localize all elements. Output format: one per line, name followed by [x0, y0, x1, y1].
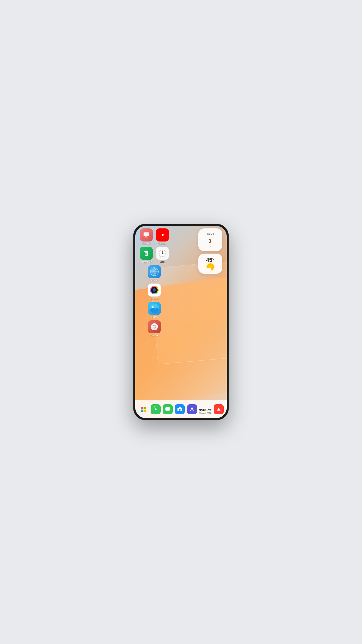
svg-marker-3 [162, 233, 164, 236]
messages-icon [163, 404, 173, 414]
calendar-dot [210, 246, 211, 247]
contacts-icon [187, 404, 197, 414]
svg-point-28 [191, 408, 193, 410]
app-youtube[interactable]: Youtube [156, 228, 169, 245]
svg-rect-24 [165, 407, 170, 411]
dock-camera[interactable] [175, 404, 185, 414]
camera-icon [148, 284, 161, 297]
upward-chevron-icon: ⌃ [204, 404, 207, 408]
time-area: 9:30 PM 15 Jan 2020 [199, 408, 212, 414]
current-time: 9:30 PM [199, 408, 211, 412]
clock-label: Clock [160, 261, 165, 263]
svg-marker-29 [217, 408, 220, 411]
themee-dot [153, 325, 156, 329]
phone-frame: Thic PC Youtube [133, 224, 229, 420]
app-themee[interactable]: Themee [140, 320, 169, 337]
app-area: Thic PC Youtube [135, 226, 227, 400]
youtube-icon [156, 228, 169, 242]
camera-lens [151, 287, 158, 293]
thicpc-label: Thic PC [142, 242, 150, 245]
svg-rect-6 [146, 251, 147, 252]
globe-shape [150, 267, 159, 276]
apps-row-1: Thic PC Youtube [140, 228, 169, 245]
app-clock[interactable]: Clock [156, 247, 169, 263]
weather-temperature: 45° [206, 257, 214, 263]
clock-icon [156, 247, 169, 260]
dock-windows[interactable] [138, 404, 148, 414]
dock-phone[interactable] [151, 404, 161, 414]
app-gallery[interactable]: Gallery [140, 302, 169, 318]
gallery-label: Gallery [151, 316, 158, 318]
svg-rect-27 [179, 407, 181, 408]
store-icon [214, 404, 224, 414]
camera-label: Camera [150, 297, 158, 300]
app-thicpc[interactable]: Thic PC [140, 228, 153, 245]
camera-lens-inner [153, 288, 156, 292]
camera-dock-icon [175, 404, 185, 414]
svg-point-26 [179, 409, 181, 411]
dock-store[interactable] [214, 404, 224, 414]
calendar-chevron: › [209, 235, 212, 245]
weather-widget[interactable]: 45° [198, 254, 222, 274]
calendar-widget[interactable]: Sat 22 › [198, 228, 222, 251]
dock: ⌃ 9:30 PM 15 Jan 2020 [135, 400, 227, 418]
svg-point-13 [162, 253, 163, 254]
app-camera[interactable]: Camera [140, 284, 169, 300]
screen-content: Thic PC Youtube [135, 226, 227, 418]
phone-icon [151, 404, 161, 414]
themee-inner [151, 323, 158, 330]
app-internet[interactable]: Internet [140, 265, 169, 281]
app-recycle[interactable]: Recycle Bin [140, 247, 153, 263]
apps-row-2: Recycle Bin [140, 247, 169, 263]
dock-messages[interactable] [163, 404, 173, 414]
svg-point-23 [152, 306, 154, 308]
windows-icon [138, 404, 148, 414]
thicpc-icon [140, 228, 153, 242]
internet-icon [148, 265, 161, 278]
current-date: 15 Jan 2020 [199, 412, 212, 414]
camera-ring [150, 286, 159, 294]
right-widgets: Sat 22 › 45° [198, 228, 222, 274]
themee-label: Themee [150, 334, 158, 337]
youtube-label: Youtube [158, 242, 167, 245]
phone-screen: Thic PC Youtube [135, 226, 227, 418]
recycle-label: Recycle Bin [140, 261, 152, 263]
svg-rect-2 [145, 237, 148, 237]
gallery-icon [148, 302, 161, 315]
dock-contacts[interactable] [187, 404, 197, 414]
weather-sun-icon [207, 263, 214, 270]
svg-rect-0 [144, 232, 149, 236]
left-apps-column: Thic PC Youtube [140, 228, 169, 337]
recycle-icon [140, 247, 153, 260]
svg-rect-1 [145, 236, 147, 237]
internet-label: Internet [151, 279, 158, 281]
dock-time-display: ⌃ 9:30 PM 15 Jan 2020 [199, 404, 212, 414]
themee-icon [148, 320, 161, 333]
